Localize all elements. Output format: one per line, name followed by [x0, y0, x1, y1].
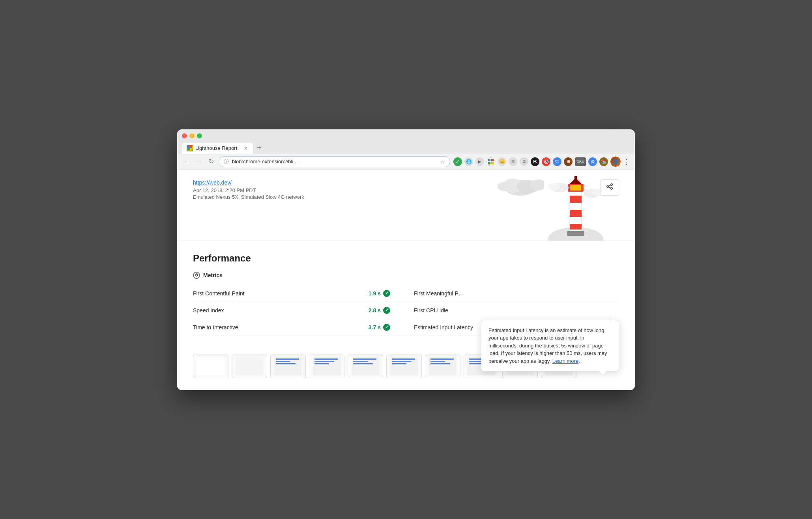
cloud-decoration [497, 174, 544, 198]
info-icon: ⓘ [224, 158, 229, 165]
reload-button[interactable]: ↻ [207, 156, 215, 167]
film-frame [386, 355, 422, 378]
bookmark-icon[interactable]: ☆ [440, 159, 445, 165]
svg-rect-1 [190, 146, 192, 148]
film-frame [425, 355, 460, 378]
avatar[interactable]: 👤 [610, 157, 621, 167]
svg-rect-0 [188, 146, 190, 148]
metric-row: First CPU Idle [406, 302, 619, 319]
film-frame [309, 355, 344, 378]
menu-button[interactable]: ⋮ [623, 157, 630, 166]
ext-grid-icon[interactable]: ⊞ [564, 157, 573, 166]
report-device: Emulated Nexus 5X, Simulated Slow 4G net… [193, 194, 304, 200]
svg-rect-15 [570, 196, 582, 203]
svg-line-31 [608, 187, 611, 188]
metric-row: Speed Index 2.8 s ✓ [193, 302, 406, 319]
window-controls [182, 133, 202, 138]
new-tab-button[interactable]: + [254, 142, 265, 154]
report-header: https://web.dev/ Apr 12, 2019, 2:20 PM P… [177, 170, 635, 241]
metric-value: 2.8 s ✓ [369, 307, 390, 314]
svg-rect-7 [491, 162, 494, 164]
metric-name: First Contentful Paint [193, 290, 245, 297]
tab-favicon [187, 145, 193, 151]
metric-value: 1.9 s ✓ [369, 290, 390, 297]
svg-point-12 [498, 182, 512, 191]
ext-check-icon[interactable]: ✓ [453, 157, 462, 166]
metric-name: Speed Index [193, 307, 224, 314]
metric-name: Time to Interactive [193, 324, 238, 330]
metric-number: 1.9 s [369, 290, 381, 297]
tab-close-button[interactable]: × [243, 145, 248, 151]
minimize-button[interactable] [189, 133, 195, 138]
avatar-image: 👤 [610, 157, 621, 167]
report-meta: https://web.dev/ Apr 12, 2019, 2:20 PM P… [193, 179, 304, 200]
report-url[interactable]: https://web.dev/ [193, 179, 304, 186]
pass-icon: ✓ [383, 324, 390, 331]
svg-rect-22 [567, 231, 584, 236]
film-frame [232, 355, 267, 378]
tabs-row: Lighthouse Report × + [182, 142, 630, 154]
film-frame [193, 355, 228, 378]
page-wrapper: https://web.dev/ Apr 12, 2019, 2:20 PM P… [177, 170, 635, 390]
metric-number: 2.8 s [369, 307, 381, 314]
back-button[interactable]: ← [182, 157, 191, 167]
close-button[interactable] [182, 133, 187, 138]
maximize-button[interactable] [197, 133, 202, 138]
metric-row: Time to Interactive 3.7 s ✓ [193, 319, 406, 336]
svg-point-27 [611, 184, 612, 185]
svg-point-29 [607, 186, 608, 187]
metric-number: 3.7 s [369, 324, 381, 330]
ext-monitor-icon[interactable]: 🖥 [520, 157, 528, 166]
tooltip-learn-more[interactable]: Learn more [552, 358, 578, 364]
film-frame [270, 355, 306, 378]
lighthouse-illustration [548, 170, 603, 241]
metric-row: First Meaningful P… [406, 285, 619, 302]
ext-settings-icon[interactable]: ⚙ [588, 157, 597, 166]
toolbar: ← → ↻ ⓘ ☆ ✓ 🌐 ▶ 😊 ⊞ 🖥 B 🎯 🛡 [177, 154, 635, 170]
metric-name: First CPU Idle [414, 307, 448, 314]
svg-point-24 [548, 183, 559, 190]
pass-icon: ✓ [383, 307, 390, 314]
tooltip-period: . [578, 358, 580, 364]
svg-rect-17 [570, 224, 582, 230]
address-input[interactable] [232, 159, 437, 164]
svg-line-30 [608, 185, 611, 186]
section-title: Performance [193, 253, 619, 264]
metric-name: First Meaningful P… [414, 290, 464, 297]
ext-bold-icon[interactable]: B [531, 157, 539, 166]
report-date: Apr 12, 2019, 2:20 PM PDT [193, 187, 304, 193]
svg-point-28 [611, 188, 612, 189]
active-tab[interactable]: Lighthouse Report × [182, 143, 253, 154]
metric-name: Estimated Input Latency [414, 324, 473, 330]
ext-shield-icon[interactable]: 🛡 [553, 157, 561, 166]
timer-icon: ⏱ [193, 272, 200, 279]
ext-smile-icon[interactable]: 😊 [498, 157, 506, 166]
metrics-header: ⏱ Metrics [193, 272, 619, 279]
ext-globe-icon[interactable]: 🌐 [464, 157, 473, 166]
metrics-label: Metrics [203, 272, 223, 278]
tooltip: Estimated Input Latency is an estimate o… [481, 320, 619, 372]
svg-rect-19 [570, 185, 581, 190]
browser-window: Lighthouse Report × + ← → ↻ ⓘ ☆ ✓ 🌐 ▶ 😊 [177, 129, 635, 390]
toolbar-extensions: ✓ 🌐 ▶ 😊 ⊞ 🖥 B 🎯 🛡 ⊞ CRX ⚙ 📚 [453, 157, 630, 167]
ext-media-icon[interactable]: ▶ [475, 157, 484, 166]
share-button[interactable] [600, 179, 619, 196]
metric-value: 3.7 s ✓ [369, 324, 390, 331]
ext-crx-icon[interactable]: CRX [575, 157, 586, 166]
ext-books-icon[interactable]: 📚 [599, 157, 608, 166]
svg-rect-21 [574, 176, 577, 179]
tooltip-text: Estimated Input Latency is an estimate o… [488, 327, 607, 364]
svg-rect-6 [488, 162, 490, 164]
ext-puzzle-icon[interactable]: ⊞ [509, 157, 517, 166]
title-bar: Lighthouse Report × + [177, 129, 635, 154]
ext-lighthouse-icon[interactable] [486, 157, 495, 166]
metric-row: First Contentful Paint 1.9 s ✓ [193, 285, 406, 302]
ext-target-icon[interactable]: 🎯 [542, 157, 550, 166]
address-bar[interactable]: ⓘ ☆ [219, 156, 450, 167]
svg-rect-3 [190, 148, 192, 150]
pass-icon: ✓ [383, 290, 390, 297]
svg-rect-5 [491, 159, 494, 161]
forward-button[interactable]: → [195, 157, 204, 167]
tab-title: Lighthouse Report [195, 145, 241, 151]
svg-rect-16 [570, 210, 582, 217]
